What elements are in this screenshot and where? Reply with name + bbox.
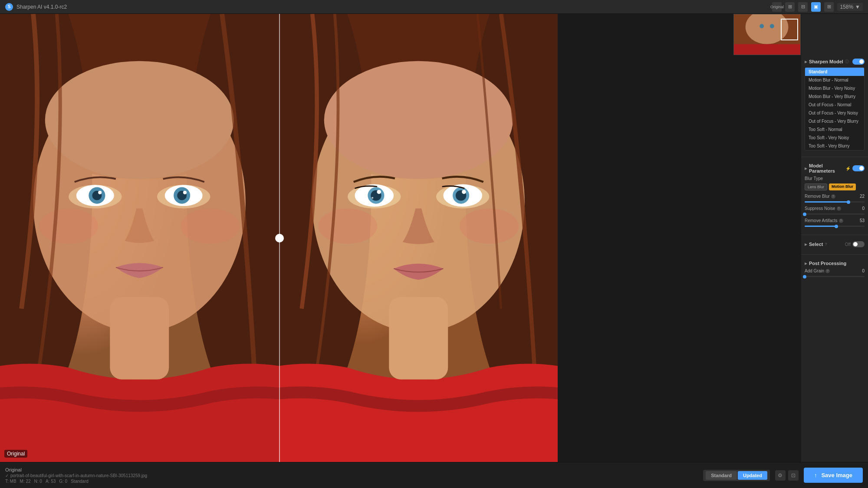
post-processing-section: ▶ Post Processing Add Grain ? 0 [801, 257, 868, 282]
status-compare-icon[interactable]: ⊡ [788, 470, 799, 481]
status-left: Original ✓ portrait-of-beautiful-girl-wi… [5, 467, 698, 484]
split-divider[interactable] [279, 14, 280, 462]
remove-artifacts-slider-fill [805, 226, 836, 227]
model-params-toggle[interactable] [852, 165, 865, 171]
filename-text: portrait-of-beautiful-girl-with-scarf-in… [10, 473, 147, 478]
model-item-motion-blur-normal[interactable]: Motion Blur - Normal [805, 76, 864, 84]
model-item-motion-blur-very-blurry[interactable]: Motion Blur - Very Blurry [805, 92, 864, 101]
meta-model: Standard [71, 479, 89, 484]
view-compare-button[interactable]: ▣ [811, 2, 821, 12]
left-portrait-svg [0, 14, 279, 462]
remove-blur-label: Remove Blur ? [805, 194, 835, 199]
post-proc-title-row: ▶ Post Processing [805, 261, 846, 266]
remove-artifacts-help-icon: ? [839, 219, 843, 223]
svg-point-10 [98, 191, 102, 194]
view-grid-button[interactable]: ⊞ [824, 2, 834, 12]
svg-point-34 [318, 209, 377, 244]
remove-blur-value: 22 [856, 194, 865, 199]
save-button[interactable]: ↑ Save Image [804, 468, 863, 483]
status-settings-icon[interactable]: ⚙ [775, 470, 786, 481]
model-item-out-of-focus-normal[interactable]: Out of Focus - Normal [805, 101, 864, 109]
model-item-too-soft-normal[interactable]: Too Soft - Normal [805, 125, 864, 134]
model-item-out-of-focus-very-noisy[interactable]: Out of Focus - Very Noisy [805, 109, 864, 117]
model-item-standard[interactable]: Standard [805, 68, 864, 76]
add-grain-value: 0 [856, 269, 865, 273]
meta-t: T: MB [5, 479, 16, 484]
add-grain-slider-thumb[interactable] [803, 275, 806, 278]
select-toggle-row: Off [845, 241, 865, 247]
model-parameters-section: ▶ Model Parameters ⚡ Blur Type Lens Blur… [801, 160, 868, 232]
add-grain-slider-container [805, 276, 865, 277]
toolbar-icons: Original ⊞ ⊟ ▣ ⊞ 158% ▼ [772, 2, 863, 12]
divider-1 [801, 157, 868, 157]
titlebar: S Sharpen AI v4.1.0-rc2 Original ⊞ ⊟ ▣ ⊞… [0, 0, 868, 14]
model-params-toggle-row: ⚡ [845, 165, 865, 171]
suppress-noise-slider[interactable] [805, 213, 865, 215]
divider-3 [801, 254, 868, 255]
svg-point-15 [39, 209, 98, 244]
svg-point-28 [377, 190, 381, 194]
updated-badge[interactable]: Updated [738, 471, 767, 480]
svg-point-33 [462, 190, 466, 194]
add-grain-help-icon: ? [825, 269, 830, 273]
sharpen-model-toggle[interactable] [852, 59, 865, 65]
add-grain-slider[interactable] [805, 276, 865, 277]
remove-blur-row: Remove Blur ? 22 [805, 194, 865, 199]
left-image-panel: Original [0, 14, 279, 462]
remove-blur-slider-container [805, 201, 865, 203]
blur-type-label: Blur Type [805, 176, 823, 181]
image-container: Original [0, 14, 558, 462]
remove-artifacts-slider-container [805, 226, 865, 227]
remove-artifacts-slider[interactable] [805, 226, 865, 227]
blur-type-row: Blur Type [805, 176, 865, 181]
remove-blur-slider-fill [805, 201, 848, 203]
remove-blur-slider-thumb[interactable] [847, 200, 850, 204]
view-single-button[interactable]: ⊞ [785, 2, 795, 12]
remove-artifacts-slider-thumb[interactable] [835, 225, 838, 228]
remove-artifacts-label: Remove Artifacts ? [805, 218, 843, 223]
model-parameters-header[interactable]: ▶ Model Parameters ⚡ [805, 163, 865, 174]
post-proc-chevron-icon: ▶ [805, 262, 807, 265]
suppress-noise-label: Suppress Noise ? [805, 206, 841, 211]
select-off-label: Off [845, 242, 851, 247]
split-handle[interactable] [275, 234, 284, 242]
svg-point-35 [460, 209, 519, 244]
lightning-icon: ⚡ [845, 166, 851, 171]
meta-m: M: 22 [20, 479, 31, 484]
model-item-motion-blur-very-noisy[interactable]: Motion Blur - Very Noisy [805, 84, 864, 92]
svg-point-29 [372, 197, 373, 199]
svg-point-16 [181, 209, 240, 244]
model-item-too-soft-very-noisy[interactable]: Too Soft - Very Noisy [805, 134, 864, 142]
process-badges: Standard Updated [703, 470, 770, 481]
lens-blur-tag[interactable]: Lens Blur [805, 183, 827, 190]
suppress-noise-slider-thumb[interactable] [803, 213, 806, 216]
suppress-noise-value: 0 [856, 206, 865, 211]
sharpen-model-title-row: ▶ Sharpen Model ⓘ [805, 59, 849, 65]
status-filename: ✓ portrait-of-beautiful-girl-with-scarf-… [5, 473, 698, 478]
left-image-label: Original [4, 450, 27, 458]
sharpen-model-title: Sharpen Model [809, 59, 843, 64]
right-image-panel [279, 14, 558, 462]
app-name: Sharpen AI v4.1.0-rc2 [16, 4, 67, 10]
zoom-control[interactable]: 158% ▼ [837, 3, 863, 11]
select-header[interactable]: ▶ Select ? Off [805, 241, 865, 247]
suppress-noise-help-icon: ? [837, 206, 841, 211]
model-dropdown: Standard Motion Blur - Normal Motion Blu… [805, 67, 865, 151]
zoom-label: 158% [840, 4, 853, 10]
post-processing-header[interactable]: ▶ Post Processing [805, 261, 865, 266]
original-button[interactable]: Original [772, 2, 782, 12]
right-panel: ▶ Sharpen Model ⓘ Standard Motion Blur -… [801, 14, 868, 462]
select-toggle[interactable] [852, 241, 865, 247]
remove-blur-slider[interactable] [805, 201, 865, 203]
svg-point-4 [45, 61, 234, 179]
svg-rect-36 [389, 297, 448, 379]
model-params-chevron-icon: ▶ [805, 167, 807, 170]
thumbnail-preview[interactable] [733, 14, 801, 55]
view-split-button[interactable]: ⊟ [798, 2, 808, 12]
model-item-out-of-focus-very-blurry[interactable]: Out of Focus - Very Blurry [805, 117, 864, 125]
sharpen-model-header[interactable]: ▶ Sharpen Model ⓘ [805, 59, 865, 65]
main-image-area: Original [0, 14, 558, 462]
motion-blur-tag[interactable]: Motion Blur [829, 183, 856, 190]
model-item-too-soft-very-blurry[interactable]: Too Soft - Very Blurry [805, 142, 864, 150]
standard-badge[interactable]: Standard [706, 471, 737, 480]
